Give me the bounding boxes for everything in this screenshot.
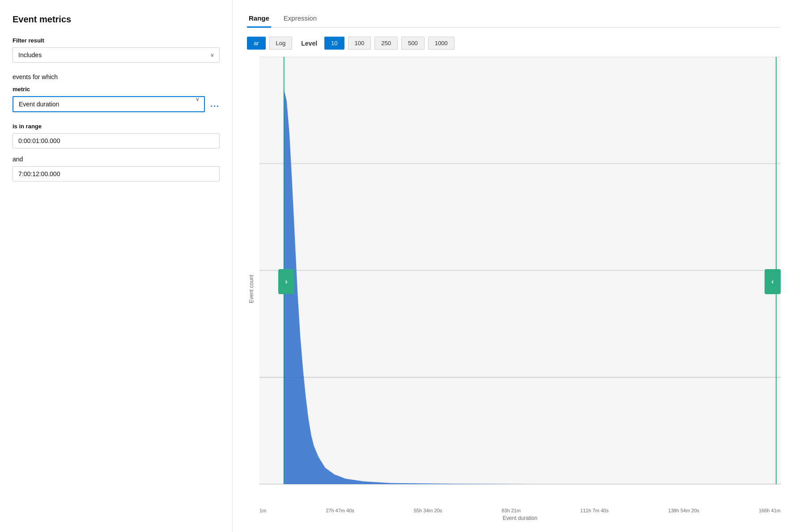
level-250-button[interactable]: 250 — [374, 37, 398, 50]
tab-expression[interactable]: Expression — [282, 11, 319, 28]
range-handle-right[interactable]: ‹ — [765, 269, 781, 294]
right-panel: Range Expression ar Log Level 10 100 250… — [233, 0, 795, 532]
tab-range[interactable]: Range — [247, 11, 271, 28]
level-100-button[interactable]: 100 — [348, 37, 371, 50]
filter-result-dropdown-wrapper: Includes Excludes ∨ — [13, 47, 220, 63]
range-section: is in range and — [13, 123, 220, 189]
x-tick-83h: 83h 21m — [502, 508, 521, 513]
panel-title: Event metrics — [13, 14, 220, 25]
metric-row: Event duration Event count ∨ ... — [13, 96, 220, 112]
y-axis-label: Event count — [247, 57, 256, 521]
metric-more-icon[interactable]: ... — [210, 100, 220, 109]
x-tick-1m: 1m — [259, 508, 266, 513]
right-handle-arrow-icon: ‹ — [771, 278, 774, 286]
metric-select-wrapper: Event duration Event count ∨ — [13, 96, 205, 112]
x-axis-title: Event duration — [259, 515, 781, 521]
left-handle-arrow-icon: › — [285, 278, 287, 286]
level-500-button[interactable]: 500 — [401, 37, 425, 50]
x-tick-111h: 111h 7m 40s — [580, 508, 609, 513]
filter-result-label: Filter result — [13, 37, 220, 44]
chart-controls-row: ar Log Level 10 100 250 500 1000 — [247, 37, 781, 50]
level-10-button[interactable]: 10 — [324, 37, 344, 50]
events-for-which-label: events for which — [13, 73, 220, 80]
chart-svg: 2000 1500 1000 500 — [259, 57, 781, 506]
chart-container: Event count 2000 1500 — [247, 57, 781, 521]
x-tick-55h: 55h 34m 20s — [414, 508, 442, 513]
toggle-bar-button[interactable]: ar — [247, 37, 266, 50]
chart-inner: 2000 1500 1000 500 › — [259, 57, 781, 521]
range-start-input[interactable] — [13, 133, 220, 148]
left-panel: Event metrics Filter result Includes Exc… — [0, 0, 233, 532]
filter-result-select[interactable]: Includes Excludes — [13, 47, 220, 63]
toggle-log-button[interactable]: Log — [269, 37, 293, 50]
x-tick-27h: 27h 47m 40s — [326, 508, 354, 513]
range-handle-left[interactable]: › — [278, 269, 294, 294]
chart-area: Event count 2000 1500 — [247, 57, 781, 521]
is-in-range-label: is in range — [13, 123, 220, 130]
filter-result-section: Filter result Includes Excludes ∨ — [13, 37, 220, 63]
metric-label: metric — [13, 86, 220, 93]
x-tick-166h: 166h 41m — [759, 508, 781, 513]
metric-section: metric Event duration Event count ∨ ... — [13, 86, 220, 112]
chart-svg-wrapper: 2000 1500 1000 500 › — [259, 57, 781, 506]
x-axis-labels: 1m 27h 47m 40s 55h 34m 20s 83h 21m 111h … — [259, 506, 781, 513]
and-label: and — [13, 156, 220, 163]
tabs-bar: Range Expression — [247, 11, 781, 28]
metric-select[interactable]: Event duration Event count — [13, 96, 205, 112]
x-tick-138h: 138h 54m 20s — [668, 508, 699, 513]
range-end-input[interactable] — [13, 166, 220, 182]
level-1000-button[interactable]: 1000 — [428, 37, 455, 50]
level-label: Level — [301, 40, 317, 47]
